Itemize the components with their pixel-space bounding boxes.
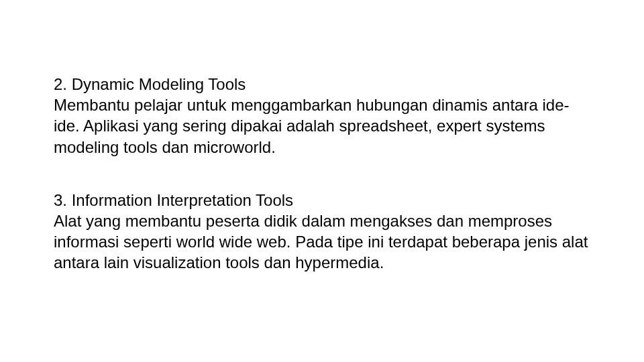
section-body: Membantu pelajar untuk menggambarkan hub… [54,95,590,158]
section-title: 2. Dynamic Modeling Tools [54,74,590,95]
content-section-2: 3. Information Interpretation Tools Alat… [54,190,590,274]
section-body: Alat yang membantu peserta didik dalam m… [54,210,590,274]
content-section-1: 2. Dynamic Modeling Tools Membantu pelaj… [54,74,590,158]
section-title: 3. Information Interpretation Tools [54,190,590,210]
